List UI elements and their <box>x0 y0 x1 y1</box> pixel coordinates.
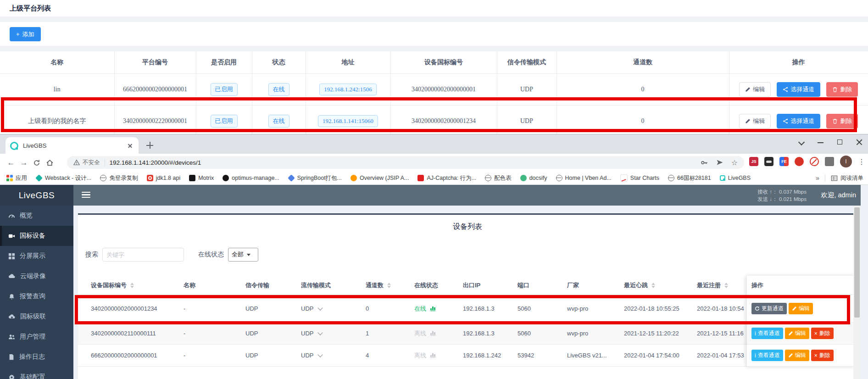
edit-button[interactable]: 编辑 <box>739 114 771 128</box>
bookmark-item[interactable]: optimus-manage... <box>223 175 279 181</box>
add-button-label: 添加 <box>22 30 34 39</box>
delete-button[interactable]: ×删除 <box>811 328 834 339</box>
window-minimize-button[interactable] <box>815 136 827 148</box>
col-register[interactable]: 最近注册 <box>697 281 752 290</box>
window-maximize-button[interactable] <box>834 136 846 148</box>
sidebar-item-split-screen[interactable]: 分屏展示 <box>0 246 73 266</box>
cell-online-status: 离线 <box>414 351 463 360</box>
livegbs-app: LiveGBS 概览 国标设备 分屏展示 云端录像 报警查询 国标级联 用户管理… <box>0 185 868 379</box>
view-channels-button[interactable]: i查看通道 <box>751 350 783 361</box>
home-button[interactable] <box>43 156 56 169</box>
extensions-puzzle-icon[interactable] <box>825 157 834 166</box>
delete-button[interactable]: 删除 <box>826 82 858 97</box>
address-bar[interactable]: 不安全 192.168.1.141:20000/#/devices/1 ☆ <box>67 156 744 169</box>
bookmark-item[interactable]: AJ-Captcha: 行为... <box>417 174 476 182</box>
bookmark-item[interactable]: 免登录复制 <box>100 174 138 182</box>
cell-channels: 0 <box>556 74 729 106</box>
col-channels[interactable]: 通道数 <box>366 281 414 290</box>
update-channels-button[interactable]: 更新通道 <box>751 303 787 314</box>
col-gb-id[interactable]: 设备国标编号 <box>91 281 184 290</box>
search-input[interactable] <box>102 248 184 262</box>
extension-js-icon[interactable]: JS <box>749 157 758 166</box>
bookmark-favicon <box>417 175 424 181</box>
edit-button[interactable]: 编辑 <box>739 82 771 97</box>
bookmark-apps[interactable]: 应用 <box>6 174 27 182</box>
new-tab-button[interactable] <box>145 140 155 150</box>
cell-register: 2022-01-04 17:53 <box>697 352 752 359</box>
view-channels-button[interactable]: i查看通道 <box>751 328 783 339</box>
bookmark-item[interactable]: jdk1.8 api <box>147 175 181 181</box>
extension-incognito-icon[interactable] <box>764 157 773 166</box>
back-button[interactable]: ← <box>5 156 17 169</box>
select-channel-button[interactable]: 选择通道 <box>777 82 820 97</box>
profile-avatar[interactable]: I <box>840 156 852 167</box>
device-row-highlighted[interactable]: 34020000002000001234 - UDP UDP 0 在线 192.… <box>78 295 857 323</box>
bookmark-item[interactable]: SpringBoot打包... <box>288 174 342 182</box>
divider <box>825 174 825 182</box>
vertical-scrollbar[interactable] <box>853 206 861 379</box>
browser-menu-icon[interactable]: ⋮ <box>858 157 865 166</box>
table-row: lin 66620000002000000001 已启用 在线 192.168.… <box>0 74 868 106</box>
tab-close-icon[interactable] <box>127 142 134 150</box>
scrollbar-thumb[interactable] <box>854 207 860 318</box>
device-row[interactable]: 66620000002000000001 - UDP UDP 4 离线 192.… <box>78 345 857 367</box>
bookmark-item[interactable]: Star Charts <box>620 174 659 182</box>
delete-button[interactable]: 删除 <box>826 114 858 128</box>
sort-icon[interactable] <box>130 283 134 288</box>
cell-online-status[interactable]: 在线 <box>414 305 463 313</box>
sort-icon[interactable] <box>724 283 728 288</box>
security-label[interactable]: 不安全 <box>83 159 100 167</box>
bookmark-item[interactable]: docsify <box>520 175 547 181</box>
cell-stream-select[interactable]: UDP <box>301 330 366 337</box>
sidebar-item-cloud-record[interactable]: 云端录像 <box>0 266 73 286</box>
reload-button[interactable] <box>30 156 43 169</box>
edit-button[interactable]: 编辑 <box>785 328 809 339</box>
online-status-select[interactable]: 全部 <box>228 248 258 262</box>
add-button[interactable]: + 添加 <box>10 27 41 41</box>
welcome-user[interactable]: 欢迎, admin <box>821 191 856 200</box>
bookmark-item[interactable]: Home | Vben Ad... <box>556 175 612 181</box>
bookmark-item[interactable]: Overview (JSIP A... <box>351 175 409 181</box>
browser-tab-active[interactable]: LiveGBS <box>6 137 139 154</box>
extension-fe-icon[interactable]: FE <box>779 157 789 166</box>
bookmark-item[interactable]: LiveGBS <box>720 175 751 181</box>
password-key-icon[interactable] <box>701 159 708 167</box>
edit-button[interactable]: 编辑 <box>785 350 809 361</box>
cell-stream-select[interactable]: UDP <box>301 305 366 312</box>
sidebar-item-gb-devices[interactable]: 国标设备 <box>0 226 73 246</box>
bookmark-item[interactable]: 配色表 <box>485 174 512 182</box>
sidebar-toggle-hamburger-icon[interactable] <box>82 192 90 198</box>
device-row[interactable]: 34020000002110000111 - UDP UDP 1 离线 192.… <box>78 323 857 345</box>
edit-button[interactable]: 编辑 <box>789 303 813 314</box>
app-logo[interactable]: LiveGBS <box>0 185 73 206</box>
bookmark-item[interactable]: Motrix <box>189 175 214 181</box>
traffic-chart-icon[interactable] <box>430 307 435 311</box>
sidebar-item-overview[interactable]: 概览 <box>0 206 73 226</box>
bookmark-item[interactable]: Webstack - 设计... <box>36 174 91 182</box>
sidebar-item-gb-cascade[interactable]: 国标级联 <box>0 307 73 327</box>
send-to-device-icon[interactable] <box>716 159 723 166</box>
upper-platform-titlebar: 上级平台列表 <box>0 0 868 17</box>
select-channel-button[interactable]: 选择通道 <box>777 114 820 128</box>
extension-noads-icon[interactable] <box>810 157 819 166</box>
address-badge[interactable]: 192.168.1.141:15060 <box>318 115 378 127</box>
cell-stream-select[interactable]: UDP <box>301 352 366 359</box>
window-close-button[interactable] <box>853 136 865 148</box>
forward-button[interactable]: → <box>17 156 30 169</box>
address-badge[interactable]: 192.168.1.242:1506 <box>319 84 376 95</box>
reading-list-button[interactable]: 阅读清单 <box>831 174 863 182</box>
extension-blocker-icon[interactable] <box>795 157 804 166</box>
sort-icon[interactable] <box>651 283 655 288</box>
sidebar-item-alarm-query[interactable]: 报警查询 <box>0 286 73 307</box>
tab-search-chevron-icon[interactable] <box>796 136 807 148</box>
bookmark-item[interactable]: 66国标28181 <box>668 174 711 182</box>
sidebar-item-user-management[interactable]: 用户管理 <box>0 327 73 347</box>
bookmarks-overflow-icon[interactable]: » <box>816 174 819 182</box>
delete-button[interactable]: ×删除 <box>811 350 834 361</box>
bookmark-star-icon[interactable]: ☆ <box>731 158 738 167</box>
sidebar-item-operation-log[interactable]: 操作日志 <box>0 347 73 367</box>
sidebar-item-basic-config[interactable]: 基础配置 <box>0 367 73 379</box>
url-text[interactable]: 192.168.1.141:20000/#/devices/1 <box>110 159 701 166</box>
col-heartbeat[interactable]: 最近心跳 <box>624 281 697 290</box>
sort-icon[interactable] <box>387 283 391 288</box>
